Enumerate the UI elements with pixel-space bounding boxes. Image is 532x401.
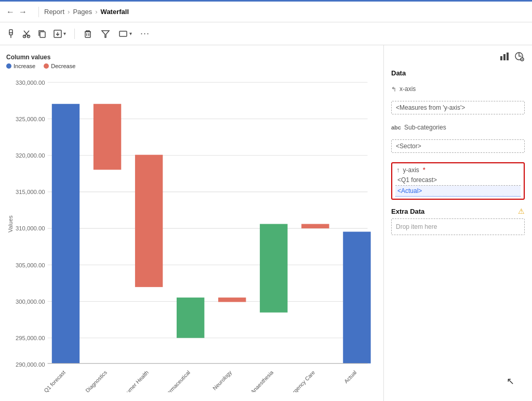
y-axis-item-actual[interactable]: <Actual> bbox=[395, 186, 521, 197]
format-icon[interactable] bbox=[513, 50, 525, 62]
legend-decrease: Decrease bbox=[44, 63, 75, 69]
extra-data-drop-zone[interactable]: Drop item here bbox=[391, 218, 525, 235]
y-axis-label-text: y-axis bbox=[403, 166, 419, 174]
svg-text:305,000.00: 305,000.00 bbox=[16, 262, 45, 268]
cut-icon[interactable] bbox=[22, 29, 31, 38]
breadcrumb: Report › Pages › Waterfall bbox=[44, 8, 129, 16]
svg-marker-15 bbox=[102, 31, 109, 37]
y-axis-item-q1forecast[interactable]: <Q1 forecast> bbox=[395, 175, 521, 186]
sub-categories-row: abc Sub-categories bbox=[391, 124, 525, 131]
svg-rect-46 bbox=[503, 54, 506, 60]
abc-icon: abc bbox=[391, 124, 401, 131]
svg-text:300,000.00: 300,000.00 bbox=[16, 299, 45, 305]
svg-rect-45 bbox=[500, 56, 502, 60]
svg-text:Pharmaceutical: Pharmaceutical bbox=[161, 369, 191, 392]
bar-consumerhealth bbox=[135, 155, 163, 287]
export-dropdown[interactable]: ▾ bbox=[53, 29, 66, 38]
svg-line-6 bbox=[26, 31, 29, 34]
legend-decrease-label: Decrease bbox=[51, 63, 75, 69]
extra-data-title: Extra Data bbox=[391, 208, 424, 215]
toolbar-group-left: ▾ bbox=[6, 29, 66, 38]
svg-line-5 bbox=[24, 31, 26, 34]
bar-anaesthesia bbox=[260, 224, 287, 313]
svg-rect-0 bbox=[9, 30, 12, 35]
chart-svg: 330,000.00 325,000.00 320,000.00 315,000… bbox=[16, 71, 378, 392]
chart-area: Column values Increase Decrease Values bbox=[0, 45, 384, 401]
svg-text:Anaesthesia: Anaesthesia bbox=[250, 369, 275, 392]
svg-text:330,000.00: 330,000.00 bbox=[16, 79, 45, 85]
x-axis-field[interactable]: <Measures from 'y-axis'> bbox=[391, 101, 525, 114]
panel-empty-area: ↖ bbox=[391, 240, 525, 397]
legend-dot-decrease bbox=[44, 63, 49, 69]
y-axis-up-icon: ↑ bbox=[396, 166, 400, 174]
svg-text:Consumer Health: Consumer Health bbox=[116, 369, 150, 392]
svg-text:Neurology: Neurology bbox=[211, 369, 233, 392]
svg-rect-16 bbox=[119, 31, 127, 36]
x-axis-label: x-axis bbox=[400, 85, 416, 93]
right-panel: Data ↳ x-axis <Measures from 'y-axis'> a… bbox=[384, 45, 532, 401]
bar-q1forecast bbox=[52, 104, 79, 364]
svg-text:Actual: Actual bbox=[343, 369, 358, 384]
svg-text:325,000.00: 325,000.00 bbox=[16, 116, 45, 122]
breadcrumb-current: Waterfall bbox=[101, 8, 129, 16]
resize-dropdown[interactable]: ▾ bbox=[118, 29, 132, 38]
bar-actual bbox=[343, 232, 370, 364]
svg-text:Measures: Measures bbox=[194, 392, 222, 392]
breadcrumb-report[interactable]: Report bbox=[44, 8, 64, 16]
bar-emergencycare bbox=[301, 224, 329, 229]
required-star: * bbox=[423, 166, 425, 174]
svg-text:310,000.00: 310,000.00 bbox=[16, 225, 45, 231]
svg-text:Q1 forecast: Q1 forecast bbox=[43, 369, 66, 392]
filter-icon[interactable] bbox=[101, 29, 110, 38]
x-axis-icon: ↳ bbox=[391, 85, 396, 93]
chart-inner: 330,000.00 325,000.00 320,000.00 315,000… bbox=[16, 71, 378, 392]
svg-rect-9 bbox=[40, 32, 45, 37]
extra-data-section: Extra Data ⚠ Drop item here bbox=[391, 207, 525, 235]
svg-rect-47 bbox=[507, 53, 509, 60]
legend-increase: Increase bbox=[6, 63, 35, 69]
panel-icons bbox=[391, 50, 525, 62]
sub-categories-field[interactable]: <Sector> bbox=[391, 139, 525, 153]
svg-rect-12 bbox=[85, 32, 90, 37]
extra-data-header: Extra Data ⚠ bbox=[391, 207, 525, 215]
y-axis-header-row: ↑ y-axis * bbox=[392, 163, 524, 175]
more-options-icon[interactable]: ··· bbox=[140, 28, 150, 39]
back-button[interactable]: ← bbox=[6, 7, 15, 17]
legend-dot-increase bbox=[6, 63, 11, 69]
y-axis-label: Values bbox=[5, 71, 16, 377]
y-axis-items: <Q1 forecast> <Actual> bbox=[392, 175, 524, 199]
x-axis-row: ↳ x-axis bbox=[391, 85, 525, 93]
forward-button[interactable]: → bbox=[19, 7, 27, 17]
y-axis-section: ↑ y-axis * <Q1 forecast> <Actual> bbox=[391, 162, 525, 200]
copy-icon[interactable] bbox=[37, 29, 47, 38]
svg-text:Diagnostics: Diagnostics bbox=[85, 369, 108, 392]
chart-title: Column values bbox=[6, 54, 377, 61]
pin-icon[interactable] bbox=[6, 29, 16, 38]
chart-legend: Increase Decrease bbox=[6, 63, 377, 69]
cursor-indicator: ↖ bbox=[507, 376, 514, 387]
bar-pharmaceutical bbox=[177, 297, 204, 338]
bar-neurology bbox=[218, 297, 246, 302]
bar-chart-icon[interactable] bbox=[499, 50, 510, 62]
bar-diagnostics bbox=[94, 104, 121, 170]
svg-text:295,000.00: 295,000.00 bbox=[16, 335, 45, 341]
delete-icon[interactable] bbox=[83, 29, 92, 38]
svg-text:315,000.00: 315,000.00 bbox=[16, 189, 45, 195]
sub-categories-label: Sub-categories bbox=[404, 124, 446, 131]
legend-increase-label: Increase bbox=[14, 63, 35, 69]
svg-text:290,000.00: 290,000.00 bbox=[16, 361, 45, 368]
svg-text:Emergency Care: Emergency Care bbox=[284, 369, 316, 392]
data-section-title: Data bbox=[391, 69, 525, 77]
breadcrumb-pages[interactable]: Pages bbox=[73, 8, 92, 16]
warning-icon: ⚠ bbox=[518, 207, 525, 215]
svg-text:320,000.00: 320,000.00 bbox=[16, 152, 45, 159]
